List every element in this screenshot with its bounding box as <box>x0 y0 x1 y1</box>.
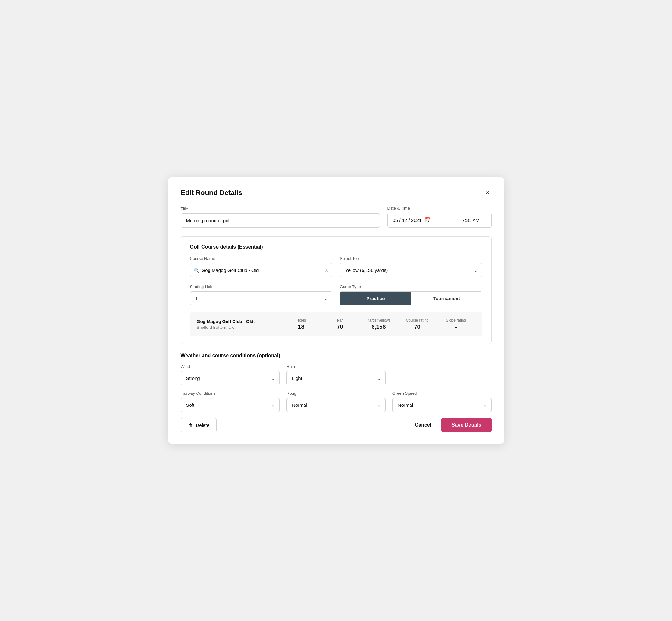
date-input[interactable]: 05 / 12 / 2021 📅 <box>387 213 451 227</box>
course-rating-stat: Course rating 70 <box>398 318 437 330</box>
wind-label: Wind <box>181 364 280 369</box>
modal-header: Edit Round Details × <box>181 189 492 197</box>
course-name-input-wrap: 🔍 ✕ <box>190 263 333 277</box>
game-type-label: Game Type <box>340 284 482 289</box>
course-holes-stat: Holes 18 <box>282 318 321 330</box>
golf-course-section-title: Golf Course details (Essential) <box>190 244 482 250</box>
practice-toggle-button[interactable]: Practice <box>340 292 411 305</box>
course-rating-value: 70 <box>398 324 437 330</box>
title-label: Title <box>181 206 380 211</box>
rough-dropdown[interactable]: Normal Soft Hard <box>287 398 385 412</box>
modal-title: Edit Round Details <box>181 189 243 197</box>
par-value: 70 <box>321 324 359 330</box>
select-tee-wrap: Yellow (6,156 yards) ⌄ <box>340 263 482 277</box>
slope-rating-label: Slope rating <box>437 318 475 323</box>
course-info-name: Gog Magog Golf Club - Old, <box>197 319 282 324</box>
course-name-input[interactable] <box>190 263 333 277</box>
fairway-rough-green-row: Fairway Conditions Soft Normal Hard ⌄ Ro… <box>181 391 492 412</box>
edit-round-modal: Edit Round Details × Title Date & Time 0… <box>168 177 504 444</box>
course-rating-label: Course rating <box>398 318 437 323</box>
save-button[interactable]: Save Details <box>442 418 491 432</box>
clear-icon[interactable]: ✕ <box>324 267 328 273</box>
datetime-label: Date & Time <box>387 206 492 210</box>
datetime-field-group: Date & Time 05 / 12 / 2021 📅 7:31 AM <box>387 206 492 227</box>
slope-rating-stat: Slope rating - <box>437 318 475 330</box>
fairway-label: Fairway Conditions <box>181 391 280 396</box>
course-name-label: Course Name <box>190 256 333 261</box>
holes-label: Holes <box>282 318 321 323</box>
yards-label: Yards(Yellow) <box>359 318 398 323</box>
close-button[interactable]: × <box>484 189 492 197</box>
fairway-dropdown[interactable]: Soft Normal Hard <box>181 398 280 412</box>
select-tee-field-group: Select Tee Yellow (6,156 yards) ⌄ <box>340 256 482 277</box>
trash-icon: 🗑 <box>188 422 193 428</box>
datetime-group: 05 / 12 / 2021 📅 7:31 AM <box>387 213 492 227</box>
rain-dropdown[interactable]: Light None Moderate Heavy <box>287 371 385 385</box>
holes-value: 18 <box>282 324 321 330</box>
rain-select-wrap: Light None Moderate Heavy ⌄ <box>287 371 385 385</box>
slope-rating-value: - <box>437 324 475 330</box>
starting-hole-wrap: 1 ⌄ <box>190 291 333 305</box>
course-name-location: Gog Magog Golf Club - Old, Shelford Bott… <box>197 319 282 330</box>
starting-hole-field-group: Starting Hole 1 ⌄ <box>190 284 333 305</box>
wind-select-wrap: Strong None Light Moderate ⌄ <box>181 371 280 385</box>
wind-rain-row: Wind Strong None Light Moderate ⌄ Rain L… <box>181 364 492 385</box>
hole-gametype-row: Starting Hole 1 ⌄ Game Type Practice Tou… <box>190 284 482 305</box>
rough-select-wrap: Normal Soft Hard ⌄ <box>287 398 385 412</box>
course-info-location: Shelford Bottom, UK <box>197 325 282 330</box>
calendar-icon: 📅 <box>425 217 431 223</box>
top-row: Title Date & Time 05 / 12 / 2021 📅 7:31 … <box>181 206 492 227</box>
date-value: 05 / 12 / 2021 <box>393 217 422 223</box>
wind-dropdown[interactable]: Strong None Light Moderate <box>181 371 280 385</box>
rain-label: Rain <box>287 364 385 369</box>
select-tee-label: Select Tee <box>340 256 482 261</box>
starting-hole-label: Starting Hole <box>190 284 333 289</box>
wind-field-group: Wind Strong None Light Moderate ⌄ <box>181 364 280 385</box>
course-par-stat: Par 70 <box>321 318 359 330</box>
green-speed-field-group: Green Speed Normal Slow Fast ⌄ <box>392 391 492 412</box>
golf-course-section: Golf Course details (Essential) Course N… <box>181 236 492 344</box>
footer-right: Cancel Save Details <box>412 418 492 432</box>
select-tee-dropdown[interactable]: Yellow (6,156 yards) <box>340 263 482 277</box>
game-type-field-group: Game Type Practice Tournament <box>340 284 482 305</box>
rough-field-group: Rough Normal Soft Hard ⌄ <box>287 391 385 412</box>
title-field-group: Title <box>181 206 380 227</box>
time-value: 7:31 AM <box>462 217 479 223</box>
delete-label: Delete <box>196 422 209 428</box>
cancel-button[interactable]: Cancel <box>412 418 434 432</box>
par-label: Par <box>321 318 359 323</box>
weather-section-title: Weather and course conditions (optional) <box>181 353 492 359</box>
search-icon: 🔍 <box>194 267 200 273</box>
rain-field-group: Rain Light None Moderate Heavy ⌄ <box>287 364 385 385</box>
rough-label: Rough <box>287 391 385 396</box>
course-yards-stat: Yards(Yellow) 6,156 <box>359 318 398 330</box>
delete-button[interactable]: 🗑 Delete <box>181 418 217 432</box>
fairway-field-group: Fairway Conditions Soft Normal Hard ⌄ <box>181 391 280 412</box>
green-speed-select-wrap: Normal Slow Fast ⌄ <box>392 398 492 412</box>
green-speed-label: Green Speed <box>392 391 492 396</box>
weather-section: Weather and course conditions (optional)… <box>181 353 492 412</box>
course-info-box: Gog Magog Golf Club - Old, Shelford Bott… <box>190 313 482 336</box>
course-name-field-group: Course Name 🔍 ✕ <box>190 256 333 277</box>
time-input[interactable]: 7:31 AM <box>451 213 492 227</box>
tournament-toggle-button[interactable]: Tournament <box>411 292 482 305</box>
footer-row: 🗑 Delete Cancel Save Details <box>181 418 492 432</box>
green-speed-dropdown[interactable]: Normal Slow Fast <box>392 398 492 412</box>
yards-value: 6,156 <box>359 324 398 330</box>
course-tee-row: Course Name 🔍 ✕ Select Tee Yellow (6,156… <box>190 256 482 277</box>
title-input[interactable] <box>181 213 380 227</box>
starting-hole-dropdown[interactable]: 1 <box>190 291 333 305</box>
game-type-toggle: Practice Tournament <box>340 291 482 305</box>
fairway-select-wrap: Soft Normal Hard ⌄ <box>181 398 280 412</box>
